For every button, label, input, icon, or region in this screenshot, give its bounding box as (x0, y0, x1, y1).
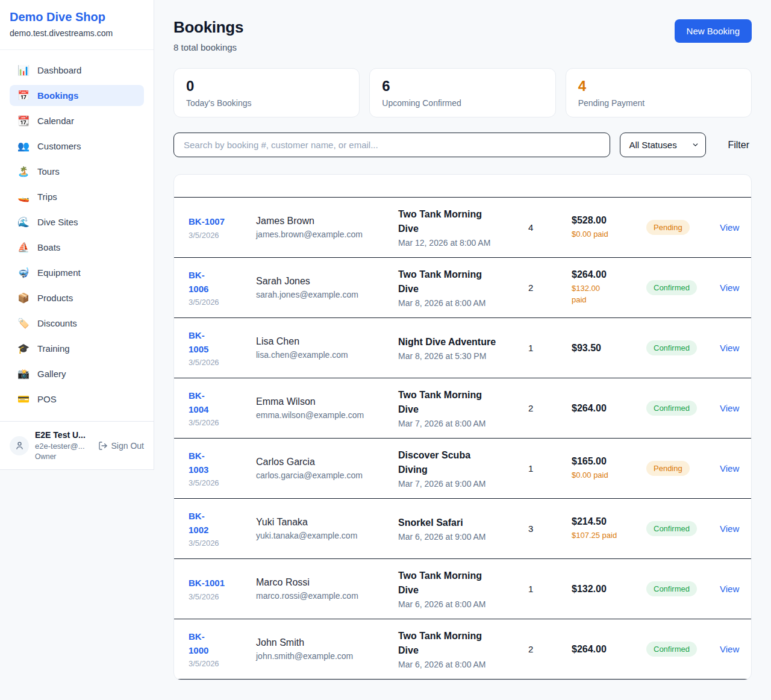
sidebar-item-label: Customers (37, 141, 81, 151)
status-filter-wrap: All Statuses (620, 133, 706, 157)
table-header-row (174, 175, 751, 198)
page-subtitle: 8 total bookings (173, 42, 243, 52)
booking-date: 3/5/2026 (189, 418, 256, 427)
bookings-table: BK-1007 3/5/2026 James Brown james.brown… (173, 174, 752, 680)
view-link[interactable]: View (720, 523, 739, 534)
filter-bar: All Statuses Filter (173, 133, 752, 157)
booking-link[interactable]: BK-1002 (189, 510, 256, 537)
user-role: Owner (35, 452, 92, 461)
sidebar-item-label: Boats (37, 242, 60, 252)
booking-row-bk-1000: BK-1000 3/5/2026 John Smith john.smith@e… (174, 619, 751, 680)
stat-card-pending-payment: 4 Pending Payment (566, 68, 752, 117)
trip-name: Night Dive Adventure (398, 335, 528, 349)
sidebar-item-training[interactable]: 🎓 Training (10, 338, 144, 359)
booking-link[interactable]: BK-1003 (189, 449, 256, 477)
pax-count: 2 (528, 403, 572, 413)
status-badge: Pending (646, 461, 690, 476)
customer-name: Carlos Garcia (256, 457, 398, 467)
view-link[interactable]: View (720, 283, 739, 293)
trip-datetime: Mar 8, 2026 at 8:00 AM (398, 298, 528, 308)
trip-name: Two Tank MorningDive (398, 388, 528, 416)
total-amount: $264.00 (572, 644, 646, 655)
booking-link[interactable]: BK-1000 (189, 630, 256, 657)
filter-button[interactable]: Filter (725, 140, 752, 151)
sidebar-item-trips[interactable]: 🚤 Trips (10, 186, 144, 207)
stat-value: 0 (186, 78, 347, 95)
sidebar-item-bookings[interactable]: 📅 Bookings (10, 85, 144, 106)
booking-link[interactable]: BK-1005 (189, 329, 256, 356)
booking-date: 3/5/2026 (189, 539, 256, 548)
stat-label: Upcoming Confirmed (382, 98, 543, 108)
person-icon (14, 440, 25, 451)
status-badge: Confirmed (646, 581, 697, 596)
booking-row-bk-1001: BK-1001 3/5/2026 Marco Rossi marco.rossi… (174, 559, 751, 619)
pax-count: 2 (528, 644, 572, 654)
total-amount: $165.00 (572, 456, 646, 467)
total-amount: $264.00 (572, 269, 646, 280)
view-link[interactable]: View (720, 343, 739, 353)
booking-date: 3/5/2026 (189, 659, 256, 668)
booking-link[interactable]: BK-1006 (189, 269, 256, 296)
sidebar-item-label: Gallery (37, 369, 66, 379)
trip-datetime: Mar 7, 2026 at 9:00 AM (398, 479, 528, 489)
sidebar-item-calendar[interactable]: 📆 Calendar (10, 110, 144, 131)
search-input[interactable] (173, 133, 610, 157)
sidebar-item-label: Trips (37, 192, 57, 202)
people-icon: 👥 (17, 140, 30, 152)
total-amount: $132.00 (572, 584, 646, 595)
sidebar-item-discounts[interactable]: 🏷️ Discounts (10, 313, 144, 334)
sidebar-item-dashboard[interactable]: 📊 Dashboard (10, 60, 144, 81)
total-amount: $528.00 (572, 215, 646, 226)
sidebar-item-tours[interactable]: 🏝️ Tours (10, 161, 144, 182)
sidebar-item-gallery[interactable]: 📸 Gallery (10, 363, 144, 384)
sidebar-nav: 📊 Dashboard 📅 Bookings 📆 Calendar 👥 Cust… (0, 50, 154, 421)
total-amount: $264.00 (572, 403, 646, 414)
sidebar-item-label: POS (37, 394, 57, 404)
customer-email: marco.rossi@example.com (256, 591, 398, 601)
view-link[interactable]: View (720, 463, 739, 473)
booking-date: 3/5/2026 (189, 231, 256, 240)
status-badge: Confirmed (646, 642, 697, 657)
booking-link[interactable]: BK-1004 (189, 389, 256, 416)
sidebar-item-customers[interactable]: 👥 Customers (10, 136, 144, 157)
sidebar-item-equipment[interactable]: 🤿 Equipment (10, 262, 144, 283)
sidebar-item-pos[interactable]: 💳 POS (10, 389, 144, 410)
booking-row-bk-1006: BK-1006 3/5/2026 Sarah Jones sarah.jones… (174, 258, 751, 318)
main-content: Bookings 8 total bookings New Booking 0 … (154, 0, 771, 699)
calendar-icon: 📅 (17, 90, 30, 101)
view-link[interactable]: View (720, 403, 739, 413)
booking-link[interactable]: BK-1001 (189, 577, 256, 590)
status-badge: Pending (646, 220, 690, 235)
customer-email: carlos.garcia@example.com (256, 470, 398, 480)
stat-card-today-s-bookings: 0 Today's Bookings (173, 68, 360, 117)
sidebar-item-products[interactable]: 📦 Products (10, 287, 144, 308)
sidebar-item-label: Discounts (37, 318, 77, 328)
stat-card-upcoming-confirmed: 6 Upcoming Confirmed (369, 68, 555, 117)
sidebar-item-label: Products (37, 293, 73, 303)
customer-name: Lisa Chen (256, 336, 398, 347)
status-filter-select[interactable]: All Statuses (620, 133, 706, 157)
app-name: Demo Dive Shop (10, 10, 144, 24)
paid-amount: $107.25 paid (572, 530, 646, 542)
booking-link[interactable]: BK-1007 (189, 215, 256, 229)
sidebar-item-label: Dive Sites (37, 217, 78, 227)
wave-icon: 🌊 (17, 216, 30, 228)
trip-name: Snorkel Safari (398, 516, 528, 530)
sign-out-icon (98, 441, 108, 451)
trip-datetime: Mar 7, 2026 at 8:00 AM (398, 419, 528, 428)
paid-amount: $0.00 paid (572, 229, 646, 240)
view-link[interactable]: View (720, 584, 739, 594)
page-title-block: Bookings 8 total bookings (173, 18, 243, 52)
sign-out-button[interactable]: Sign Out (98, 441, 144, 451)
sidebar-item-dive-sites[interactable]: 🌊 Dive Sites (10, 211, 144, 233)
customer-name: James Brown (256, 216, 398, 227)
view-link[interactable]: View (720, 644, 739, 654)
booking-row-bk-1003: BK-1003 3/5/2026 Carlos Garcia carlos.ga… (174, 439, 751, 499)
view-link[interactable]: View (720, 222, 739, 233)
sidebar-item-label: Training (37, 343, 70, 354)
customer-name: John Smith (256, 637, 398, 648)
sidebar-item-boats[interactable]: ⛵ Boats (10, 237, 144, 258)
tear-off-calendar-icon: 📆 (17, 115, 30, 127)
dive-mask-icon: 🤿 (17, 267, 30, 278)
new-booking-button[interactable]: New Booking (675, 19, 752, 43)
